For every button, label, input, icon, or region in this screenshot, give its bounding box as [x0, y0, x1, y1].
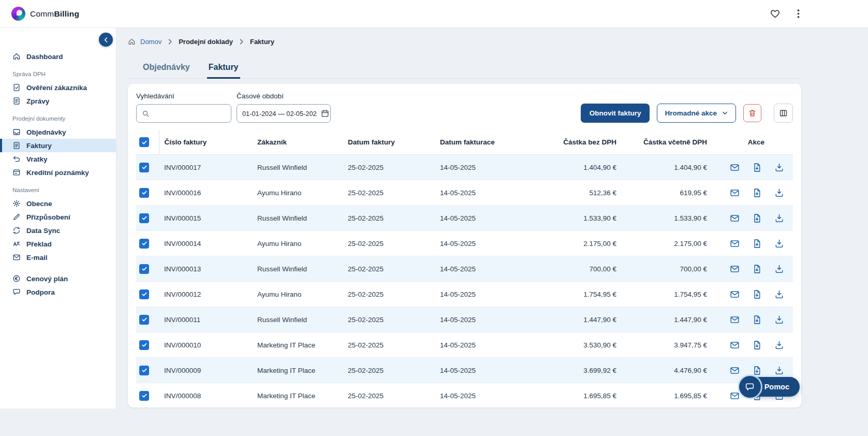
sidebar-item-label: Podpora [26, 288, 55, 296]
date-range-input[interactable]: 01-01-2024 — 02-05-202 [237, 104, 331, 123]
table-row[interactable]: INV/000010 Marketing IT Place 25-02-2025… [136, 332, 793, 358]
cell-amount-gross: 4.476,90 € [629, 358, 719, 383]
check-icon [141, 215, 148, 221]
xml-download-icon[interactable] [774, 289, 784, 299]
sidebar-item-returns[interactable]: Vratky [0, 152, 116, 166]
sidebar-item-invoices[interactable]: Faktury [0, 139, 116, 152]
row-checkbox[interactable] [139, 289, 149, 299]
table-row[interactable]: INV/000012 Ayumu Hirano 25-02-2025 14-05… [136, 282, 793, 307]
pdf-download-icon[interactable] [752, 289, 762, 299]
pdf-download-icon[interactable] [752, 264, 762, 274]
breadcrumb: Domov Prodejní doklady Faktury [128, 36, 801, 47]
row-checkbox[interactable] [139, 239, 149, 249]
pdf-download-icon[interactable] [752, 340, 762, 350]
brand-name: CommBilling [30, 9, 79, 19]
table-row[interactable]: INV/000009 Marketing IT Place 25-02-2025… [136, 358, 793, 383]
tab-invoices[interactable]: Faktury [207, 57, 240, 78]
sidebar-item-general[interactable]: Obecne [0, 197, 116, 210]
xml-download-icon[interactable] [774, 188, 784, 198]
delete-selected-button[interactable] [743, 104, 761, 122]
email-icon[interactable] [730, 315, 740, 325]
email-icon[interactable] [730, 163, 740, 172]
email-icon[interactable] [730, 289, 740, 299]
xml-download-icon[interactable] [774, 264, 784, 274]
row-checkbox-cell [136, 282, 159, 307]
pdf-download-icon[interactable] [752, 315, 762, 325]
pdf-download-icon[interactable] [752, 239, 762, 249]
cell-invoice-number: INV/000014 [159, 231, 252, 256]
row-checkbox[interactable] [139, 366, 149, 375]
column-settings-button[interactable] [774, 104, 793, 123]
sidebar-item-reports[interactable]: Zprávy [0, 94, 116, 108]
row-checkbox-cell [136, 206, 159, 231]
email-icon[interactable] [730, 264, 740, 274]
cell-invoice-number: INV/000010 [159, 332, 252, 358]
chevron-right-icon [238, 38, 245, 46]
xml-download-icon[interactable] [774, 366, 784, 375]
heart-icon[interactable] [770, 8, 781, 19]
row-checkbox[interactable] [139, 315, 149, 325]
bulk-actions-button[interactable]: Hromadné akce [657, 104, 736, 123]
table-row[interactable]: INV/000017 Russell Winfield 25-02-2025 1… [136, 155, 793, 180]
pdf-download-icon[interactable] [752, 213, 762, 223]
row-checkbox[interactable] [139, 213, 149, 223]
pdf-download-icon[interactable] [752, 163, 762, 172]
table-row[interactable]: INV/000013 Russell Winfield 25-02-2025 1… [136, 256, 793, 282]
xml-download-icon[interactable] [774, 315, 784, 325]
row-checkbox-cell [136, 332, 159, 358]
sidebar-item-orders[interactable]: Objednávky [0, 125, 116, 139]
sidebar-item-dashboard[interactable]: Dashboard [0, 50, 116, 63]
pdf-download-icon[interactable] [752, 188, 762, 198]
xml-download-icon[interactable] [774, 239, 784, 249]
cell-actions [719, 282, 793, 307]
sidebar-item-email[interactable]: E-mail [0, 251, 116, 264]
breadcrumb-sales-documents[interactable]: Prodejní doklady [179, 38, 233, 46]
kebab-menu-icon[interactable] [793, 8, 804, 19]
email-icon[interactable] [730, 391, 740, 401]
sidebar-item-support[interactable]: Podpora [0, 285, 116, 299]
filter-bar: Vyhledávání Časové období 01-01-2024 — 0… [136, 92, 793, 123]
sidebar-section-settings: Nastavení [12, 187, 116, 193]
sidebar-item-data-sync[interactable]: Data Sync [0, 224, 116, 237]
check-icon [141, 164, 148, 170]
select-all-checkbox[interactable] [139, 137, 149, 147]
sidebar-item-translation[interactable]: Překlad [0, 237, 116, 251]
sidebar-item-customer-verification[interactable]: Ověření zákazníka [0, 81, 116, 94]
help-button[interactable]: Pomoc [748, 377, 800, 397]
return-arrow-icon [12, 155, 21, 163]
row-checkbox[interactable] [139, 188, 149, 198]
brand[interactable]: CommBilling [11, 7, 79, 21]
pdf-download-icon[interactable] [752, 366, 762, 375]
row-checkbox[interactable] [139, 391, 149, 401]
tab-orders[interactable]: Objednávky [141, 57, 192, 78]
table-row[interactable]: INV/000011 Russell Winfield 25-02-2025 1… [136, 307, 793, 332]
row-checkbox[interactable] [139, 340, 149, 350]
cell-customer: Russell Winfield [252, 256, 343, 282]
search-input[interactable] [154, 110, 226, 118]
xml-download-icon[interactable] [774, 340, 784, 350]
table-row[interactable]: INV/000016 Ayumu Hirano 25-02-2025 14-05… [136, 180, 793, 206]
table-row[interactable]: INV/000008 Marketing IT Place 25-02-2025… [136, 383, 793, 408]
sidebar-item-pricing-plan[interactable]: Cenový plán [0, 272, 116, 285]
email-icon[interactable] [730, 366, 740, 375]
table-row[interactable]: INV/000014 Ayumu Hirano 25-02-2025 14-05… [136, 231, 793, 256]
email-icon[interactable] [730, 188, 740, 198]
cell-invoice-number: INV/000008 [159, 383, 252, 408]
row-checkbox[interactable] [139, 264, 149, 274]
check-icon [141, 266, 148, 272]
email-icon[interactable] [730, 239, 740, 249]
email-icon[interactable] [730, 213, 740, 223]
cell-invoice-number: INV/000011 [159, 307, 252, 332]
xml-download-icon[interactable] [774, 213, 784, 223]
sidebar-collapse-button[interactable] [99, 33, 113, 47]
cell-invoice-date: 25-02-2025 [343, 358, 435, 383]
xml-download-icon[interactable] [774, 163, 784, 172]
sidebar-item-credit-notes[interactable]: Kreditní poznámky [0, 166, 116, 179]
refresh-invoices-button[interactable]: Obnovit faktury [581, 104, 650, 123]
table-row[interactable]: INV/000015 Russell Winfield 25-02-2025 1… [136, 206, 793, 231]
row-checkbox[interactable] [139, 163, 149, 172]
cell-invoice-date: 25-02-2025 [343, 155, 435, 180]
email-icon[interactable] [730, 340, 740, 350]
breadcrumb-home-link[interactable]: Domov [140, 38, 161, 46]
sidebar-item-customization[interactable]: Přizpůsobení [0, 210, 116, 224]
